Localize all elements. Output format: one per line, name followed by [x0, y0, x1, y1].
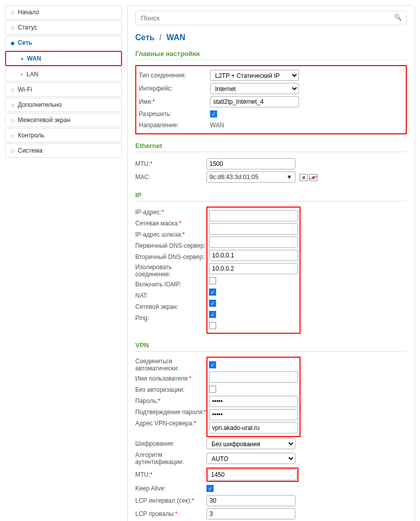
- section-title-vpn: VPN: [135, 341, 407, 352]
- checkbox-keepalive[interactable]: ✓: [206, 485, 214, 492]
- checkbox-noauth[interactable]: [209, 386, 216, 393]
- sidebar-item-firewall[interactable]: ◇Межсетевой экран: [5, 113, 122, 127]
- label-ip-nat: NAT:: [135, 292, 206, 299]
- label-name: Имя:*: [139, 98, 210, 105]
- sidebar-item-advanced[interactable]: ◇Дополнительно: [5, 98, 122, 112]
- search-icon[interactable]: 🔍: [394, 14, 402, 21]
- input-lcp-fail[interactable]: [206, 508, 295, 519]
- sidebar-item-start[interactable]: ◇Начало: [5, 5, 122, 19]
- section-title-main: Главные настройки: [135, 50, 407, 60]
- label-direction: Направление:: [139, 122, 210, 129]
- label-allow: Разрешить:: [139, 110, 210, 118]
- label-vpn-mtu: MTU:*: [135, 471, 206, 478]
- label-ip-firewall: Сетевой экран:: [135, 303, 206, 310]
- search-input[interactable]: [135, 11, 407, 25]
- checkbox-allow[interactable]: ✓: [210, 110, 217, 118]
- dropdown-mac[interactable]: 9c:d6:43:3d:01:05▼: [206, 171, 295, 183]
- expand-icon: ◇: [11, 133, 15, 138]
- label-ip-ping: Ping:: [135, 314, 206, 322]
- breadcrumb-part[interactable]: Сеть: [135, 33, 155, 42]
- label-user: Имя пользователя:*: [135, 375, 206, 382]
- label-enc: Шифрование:: [135, 440, 206, 447]
- sidebar-item-status[interactable]: ◇Статус: [5, 20, 122, 35]
- input-pass[interactable]: [209, 396, 298, 407]
- label-igmp: Включить IGMP:: [135, 281, 206, 288]
- label-interface: Интерфейс:: [139, 85, 210, 92]
- select-interface[interactable]: Internet: [210, 83, 299, 94]
- arrow-icon: ▸: [21, 56, 24, 61]
- label-pass: Пароль:*: [135, 397, 206, 404]
- label-dns2: Вторичный DNS-сервер:: [135, 253, 206, 260]
- select-conn-type[interactable]: L2TP + Статический IP: [210, 70, 299, 81]
- label-auto: Соединяться автоматически:: [135, 358, 206, 372]
- input-ip[interactable]: [209, 210, 298, 221]
- highlight-ip: ✓ ✓ ✓: [206, 207, 301, 334]
- sidebar-item-lan[interactable]: ▸LAN: [5, 67, 122, 81]
- label-lcp-int: LCP интервал (сек):*: [135, 497, 206, 504]
- input-pass2[interactable]: [209, 409, 298, 420]
- input-dns1[interactable]: [209, 250, 298, 261]
- expand-icon: ◇: [11, 10, 15, 15]
- arrow-icon: ▸: [21, 72, 23, 77]
- checkbox-ip-isolate[interactable]: [209, 277, 216, 284]
- label-ip-isolate: Изолировать соединение:: [135, 264, 206, 278]
- input-mask[interactable]: [209, 223, 298, 235]
- sidebar: ◇Начало ◇Статус ◆Сеть ▸WAN ▸LAN ◇Wi-Fi ◇…: [5, 5, 122, 521]
- input-name[interactable]: [210, 96, 299, 107]
- input-vpn-mtu[interactable]: [208, 469, 297, 480]
- expand-icon: ◇: [11, 148, 15, 154]
- label-noauth: Без авторизации:: [135, 386, 206, 393]
- value-direction: WAN: [210, 122, 403, 129]
- input-eth-mtu[interactable]: [206, 158, 295, 169]
- label-pass2: Подтверждение пароля:*: [135, 409, 206, 416]
- expand-icon: ◇: [11, 87, 15, 93]
- expand-icon: ◆: [11, 40, 15, 46]
- checkbox-ip-firewall[interactable]: ✓: [209, 311, 216, 318]
- label-mac: MAC:: [135, 173, 206, 181]
- expand-icon: ◇: [11, 102, 15, 108]
- checkbox-igmp[interactable]: ✓: [209, 288, 216, 296]
- input-user[interactable]: [209, 371, 298, 383]
- section-title-ethernet: Ethernet: [135, 142, 407, 152]
- main-panel: 🔍 Сеть / WAN Главные настройки Тип соеди…: [127, 5, 415, 521]
- checkbox-ip-nat[interactable]: ✓: [209, 300, 216, 307]
- section-title-ip: IP: [135, 191, 407, 201]
- label-conn-type: Тип соединения:: [139, 72, 210, 79]
- label-gateway: IP-адрес шлюза:*: [135, 231, 206, 238]
- sidebar-item-system[interactable]: ◇Система: [5, 143, 122, 158]
- sidebar-item-control[interactable]: ◇Контроль: [5, 128, 122, 142]
- input-gateway[interactable]: [209, 237, 298, 248]
- input-lcp-int[interactable]: [206, 495, 295, 506]
- input-server[interactable]: [209, 422, 298, 433]
- expand-icon: ◇: [11, 25, 15, 31]
- breadcrumb: Сеть / WAN: [135, 33, 407, 42]
- select-enc[interactable]: Без шифрования: [206, 438, 295, 449]
- select-auth[interactable]: AUTO: [206, 453, 295, 464]
- label-mask: Сетевая маска:*: [135, 220, 206, 227]
- highlight-vpn-top: ✓: [206, 357, 301, 437]
- sidebar-item-wifi[interactable]: ◇Wi-Fi: [5, 82, 122, 97]
- label-ip: IP-адрес:*: [135, 209, 206, 216]
- chevron-down-icon: ▼: [286, 173, 292, 181]
- checkbox-auto[interactable]: ✓: [209, 361, 216, 368]
- label-server: Адрес VPN-сервера:*: [135, 420, 206, 427]
- mac-clone-icon[interactable]: 🖥: [299, 174, 308, 181]
- label-eth-mtu: MTU:*: [135, 160, 206, 167]
- breadcrumb-part: WAN: [166, 33, 185, 42]
- label-keepalive: Keep Alive:: [135, 485, 206, 492]
- checkbox-ip-ping[interactable]: [209, 322, 216, 329]
- highlight-main: Тип соединения:L2TP + Статический IP Инт…: [135, 65, 407, 134]
- expand-icon: ◇: [11, 118, 15, 123]
- label-auth: Алгоритм аутентификации:: [135, 451, 206, 466]
- sidebar-item-network[interactable]: ◆Сеть: [5, 36, 122, 50]
- label-lcp-fail: LCP провалы:*: [135, 510, 206, 517]
- label-dns1: Первичный DNS-сервер:: [135, 242, 206, 249]
- highlight-vpn-mtu: [206, 468, 298, 482]
- sidebar-item-wan[interactable]: ▸WAN: [5, 51, 122, 66]
- input-dns2[interactable]: [209, 263, 298, 274]
- mac-reset-icon[interactable]: 🖥: [309, 174, 317, 181]
